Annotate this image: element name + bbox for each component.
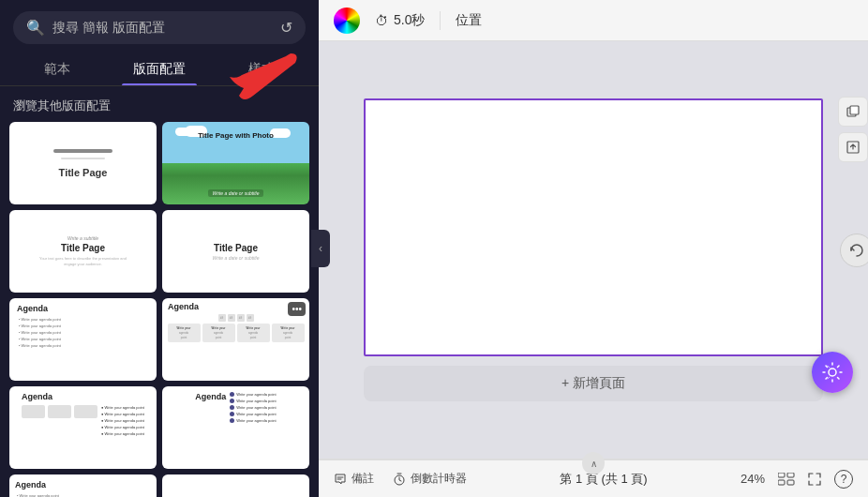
tab-template[interactable]: 範本 xyxy=(33,55,82,85)
layout-card-title-page-1[interactable]: Title Page xyxy=(9,122,157,204)
zoom-level: 24% xyxy=(741,472,765,486)
arrow-pointer xyxy=(225,49,300,109)
color-picker[interactable] xyxy=(334,8,360,34)
layout-card-title-photo[interactable]: Title Page with Photo Write a date or su… xyxy=(162,122,309,204)
countdown-icon xyxy=(393,473,406,486)
svg-rect-6 xyxy=(787,473,794,477)
card-agenda-2-title: Agenda xyxy=(168,302,199,311)
layouts-grid: Title Page Title Page with Photo Write a… xyxy=(0,122,319,497)
add-page-button[interactable]: + 新增頁面 xyxy=(364,366,823,401)
search-input[interactable]: 搜尋 簡報 版面配置 xyxy=(52,20,273,37)
refresh-icon[interactable]: ↺ xyxy=(280,19,292,37)
notes-icon xyxy=(334,473,347,486)
main-area: ⏱ 5.0秒 位置 xyxy=(319,0,868,497)
page-info: 第 1 頁 (共 1 頁) xyxy=(560,471,647,488)
main-toolbar: ⏱ 5.0秒 位置 xyxy=(319,0,868,41)
layout-card-agenda-dots[interactable]: Agenda Write your agenda point Write you… xyxy=(162,386,309,469)
svg-rect-1 xyxy=(850,106,859,114)
bottom-bar-wrapper: ∧ 備註 xyxy=(319,459,868,497)
layout-card-agenda-placeholder[interactable]: Agenda • Write your agenda point • Write… xyxy=(9,474,157,497)
notes-item[interactable]: 備註 xyxy=(334,471,374,487)
card-title-3: Title Page xyxy=(61,243,105,253)
search-icon: 🔍 xyxy=(26,19,45,37)
toolbar-divider xyxy=(440,11,441,30)
svg-point-3 xyxy=(829,369,836,376)
layout-card-agenda-bullets[interactable]: Agenda ● Write your agenda point ● Write… xyxy=(9,386,157,469)
duration-item[interactable]: ⏱ 5.0秒 xyxy=(375,12,425,29)
layout-card-add[interactable]: Add a ... xyxy=(162,474,309,497)
tab-layout[interactable]: 版面配置 xyxy=(122,55,197,85)
help-button[interactable]: ? xyxy=(834,470,853,489)
svg-rect-7 xyxy=(778,480,785,485)
left-panel: 🔍 搜尋 簡報 版面配置 ↺ 範本 版面配置 樣式 瀏覽其他版面配置 xyxy=(0,0,319,497)
bottom-bar-right: 24% ? xyxy=(741,470,853,489)
three-dot-menu[interactable]: ••• xyxy=(288,302,306,316)
card-agenda-5-title: Agenda xyxy=(15,480,46,489)
card-photo-title: Title Page with Photo xyxy=(162,131,309,140)
card-title-4: Title Page xyxy=(214,243,258,253)
layout-card-title-lines[interactable]: Write a subtitle Title Page Your text go… xyxy=(9,210,157,293)
collapse-handle[interactable]: ‹ xyxy=(311,230,330,267)
clock-icon: ⏱ xyxy=(375,13,388,28)
bottom-chevron[interactable]: ∧ xyxy=(582,452,605,474)
refresh-canvas-btn[interactable] xyxy=(840,233,868,267)
layout-card-title-simple[interactable]: Title Page Write a date or subtitle xyxy=(162,210,309,293)
fullscreen-icon[interactable] xyxy=(808,473,821,486)
duration-value: 5.0秒 xyxy=(394,12,425,29)
svg-rect-5 xyxy=(778,473,785,477)
duplicate-icon[interactable] xyxy=(838,97,868,127)
bottom-bar-left: 備註 倒數計時器 xyxy=(334,471,467,487)
search-bar[interactable]: 🔍 搜尋 簡報 版面配置 ↺ xyxy=(13,11,306,44)
card-agenda-4-title: Agenda xyxy=(195,392,226,401)
countdown-label: 倒數計時器 xyxy=(411,471,467,487)
magic-button[interactable] xyxy=(812,352,853,393)
export-icon[interactable] xyxy=(838,132,868,162)
canvas-area: + 新增頁面 xyxy=(319,41,868,459)
card-agenda-1-title: Agenda xyxy=(15,304,48,313)
card-title-1: Title Page xyxy=(59,167,108,178)
slide-canvas[interactable] xyxy=(364,98,823,356)
notes-label: 備註 xyxy=(352,471,374,487)
layout-card-agenda-grid[interactable]: ••• Agenda ## ## ## ## Write your xyxy=(162,298,309,381)
layout-card-agenda-list[interactable]: Agenda • Write your agenda point • Write… xyxy=(9,298,157,381)
position-item[interactable]: 位置 xyxy=(456,12,482,29)
card-agenda-3-title: Agenda xyxy=(22,392,97,401)
grid-view-icon[interactable] xyxy=(778,473,795,486)
position-label: 位置 xyxy=(456,12,482,29)
countdown-item[interactable]: 倒數計時器 xyxy=(393,471,467,487)
svg-rect-8 xyxy=(787,480,794,485)
